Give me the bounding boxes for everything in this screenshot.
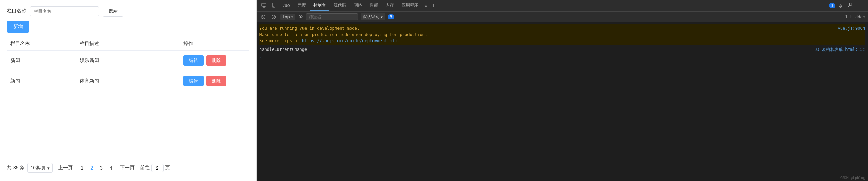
svg-point-12	[300, 16, 301, 17]
tab-performance[interactable]: 性能	[366, 0, 381, 11]
tab-actions: 3 ⚙ ⋮	[829, 2, 865, 10]
console-link[interactable]: https://vuejs.org/guide/deployment.html	[302, 38, 400, 43]
table-header: 栏目名称 栏目描述 操作	[7, 37, 249, 51]
page-unit: 页	[165, 165, 170, 171]
page-num-1[interactable]: 1	[78, 164, 85, 171]
prompt-chevron-icon: ›	[259, 55, 262, 60]
table-row: 新闻 体育新闻 编辑 删除	[7, 71, 249, 91]
row1-actions: 编辑 删除	[180, 55, 249, 66]
left-panel: 栏目名称 搜索 新增 栏目名称 栏目描述 操作 新闻 娱乐新闻 编辑 删除 新闻…	[0, 0, 257, 181]
row1-delete-button[interactable]: 删除	[206, 55, 226, 66]
tab-elements[interactable]: 元素	[294, 0, 309, 11]
log-level-selector[interactable]: 默认级别 ▾	[361, 13, 385, 20]
tab-source[interactable]: 源代码	[330, 0, 350, 11]
goto-label: 前往	[140, 165, 150, 171]
svg-line-8	[262, 16, 264, 18]
console-message-1: You are running Vue in development mode.…	[259, 24, 865, 45]
row1-desc: 娱乐新闻	[76, 57, 180, 64]
tab-console[interactable]: 控制台	[310, 0, 329, 11]
console-source-2[interactable]: 03 表格和表单.html:15:	[814, 46, 865, 53]
console-source-1[interactable]: vue.js:9064	[838, 25, 865, 44]
page-num-3[interactable]: 3	[98, 164, 105, 171]
row2-name: 新闻	[7, 78, 76, 84]
chevron-down-icon: ▾	[47, 165, 50, 171]
console-message-text-2: handleCurrentChange	[259, 46, 307, 53]
next-page-button[interactable]: 下一页	[117, 163, 137, 172]
context-selector[interactable]: top ▾	[280, 14, 295, 20]
svg-point-6	[849, 3, 851, 5]
add-button[interactable]: 新增	[7, 21, 29, 33]
add-tab-icon[interactable]: +	[430, 1, 437, 10]
chevron-down-icon: ▾	[291, 15, 293, 19]
page-num-2[interactable]: 2	[88, 164, 95, 171]
console-prompt: ›	[259, 54, 865, 61]
pagination: 共 35 条 10条/页 ▾ 上一页 1 2 3 4 下一页 前往 页	[7, 160, 249, 175]
devtools-tab-bar: Vue 元素 控制台 源代码 网络 性能 内存 应用程序 » + 3 ⚙	[257, 0, 868, 12]
row2-edit-button[interactable]: 编辑	[183, 76, 204, 86]
console-output: You are running Vue in development mode.…	[257, 22, 868, 181]
per-page-selector[interactable]: 10条/页 ▾	[27, 163, 53, 173]
col-header-action: 操作	[180, 40, 249, 47]
tab-application[interactable]: 应用程序	[398, 0, 422, 11]
clear-console-icon[interactable]	[259, 14, 267, 20]
svg-point-5	[273, 6, 274, 7]
col-header-name: 栏目名称	[7, 40, 76, 47]
search-input[interactable]	[30, 6, 99, 16]
devtools-screen-icon[interactable]	[259, 1, 268, 10]
row1-name: 新闻	[7, 57, 76, 64]
goto-input[interactable]	[151, 164, 164, 172]
row2-actions: 编辑 删除	[180, 76, 249, 86]
tab-vue[interactable]: Vue	[279, 1, 293, 11]
profile-icon[interactable]	[846, 2, 855, 10]
devtools-phone-icon[interactable]	[269, 1, 278, 10]
svg-line-10	[272, 16, 275, 18]
svg-rect-0	[262, 3, 266, 6]
console-message-text: You are running Vue in development mode.…	[259, 25, 831, 44]
devtools-panel: Vue 元素 控制台 源代码 网络 性能 内存 应用程序 » + 3 ⚙	[257, 0, 868, 181]
chevron-down-icon: ▾	[380, 15, 383, 19]
watermark: CSDN @lpblog	[840, 176, 865, 180]
table-row: 新闻 娱乐新闻 编辑 删除	[7, 51, 249, 71]
search-bar: 栏目名称 搜索	[7, 6, 249, 17]
console-message-2: handleCurrentChange 03 表格和表单.html:15:	[259, 45, 865, 54]
col-header-desc: 栏目描述	[76, 40, 180, 47]
eye-icon[interactable]	[298, 14, 303, 20]
hidden-count: 1 hidden	[845, 15, 865, 19]
row2-delete-button[interactable]: 删除	[206, 76, 226, 86]
row2-desc: 体育新闻	[76, 78, 180, 84]
block-icon[interactable]	[270, 14, 277, 20]
table-container: 栏目名称 栏目描述 操作 新闻 娱乐新闻 编辑 删除 新闻 体育新闻 编辑 删除	[7, 37, 249, 156]
page-goto: 前往 页	[140, 164, 170, 172]
tab-more-icon[interactable]: »	[422, 2, 429, 10]
tab-network[interactable]: 网络	[350, 0, 366, 11]
page-num-4[interactable]: 4	[108, 164, 114, 171]
console-toolbar: top ▾ 默认级别 ▾ 3 1 hidden	[257, 12, 868, 22]
error-badge: 3	[829, 3, 835, 8]
console-badge: 3	[388, 14, 394, 19]
search-button[interactable]: 搜索	[103, 6, 123, 17]
tab-memory[interactable]: 内存	[382, 0, 397, 11]
more-options-icon[interactable]: ⋮	[857, 2, 865, 9]
row1-edit-button[interactable]: 编辑	[183, 55, 204, 66]
filter-input[interactable]	[306, 13, 358, 20]
prev-page-button[interactable]: 上一页	[55, 163, 76, 172]
settings-icon[interactable]: ⚙	[837, 2, 844, 9]
pagination-total: 共 35 条	[7, 165, 25, 171]
search-label: 栏目名称	[7, 8, 26, 14]
